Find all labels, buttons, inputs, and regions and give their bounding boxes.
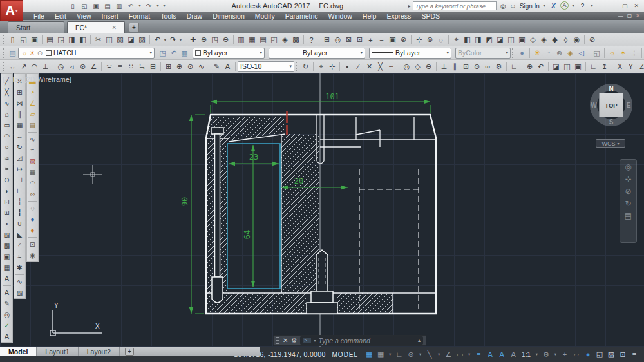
ucs-face-icon[interactable]: ◪ <box>551 61 562 71</box>
ucs-x-icon[interactable]: X <box>614 61 625 71</box>
tab-start[interactable]: Start <box>8 21 64 33</box>
dim-edit-icon[interactable]: ✎ <box>211 61 222 71</box>
snap-endpoint-icon[interactable]: ▪ <box>342 61 353 71</box>
hatch-icon[interactable]: ▨ <box>1 229 12 240</box>
point-light-icon[interactable]: ☼ <box>607 48 618 58</box>
measure-area-icon[interactable]: ▱ <box>27 109 38 120</box>
zoom-out-icon[interactable]: − <box>376 35 387 45</box>
help-icon[interactable]: ? <box>578 1 587 11</box>
qopen-icon[interactable]: ◱ <box>79 1 90 11</box>
ellipse-icon[interactable]: ⊖ <box>1 175 12 186</box>
recent-commands-dropdown-icon[interactable]: ▾ <box>314 338 316 343</box>
ellipse-arc-icon[interactable]: ◗ <box>1 186 12 196</box>
snap-extension-icon[interactable]: ┈ <box>386 61 397 71</box>
view-left-icon[interactable]: ◩ <box>484 35 495 45</box>
zoom-realtime-icon[interactable]: ⊕ <box>198 35 209 45</box>
menu-view[interactable]: View <box>71 12 97 20</box>
osnap-dropdown-icon[interactable]: ▾ <box>467 352 471 357</box>
snap-perpendicular-icon[interactable]: ⊥ <box>439 61 450 71</box>
wcs-menu[interactable]: WCS ▾ <box>596 139 625 148</box>
ucs-y-icon[interactable]: Y <box>625 61 636 71</box>
annotation-scale-indicator-icon[interactable]: A <box>509 351 518 358</box>
view-ne-isometric-icon[interactable]: ◆ <box>549 35 560 45</box>
snap-insert-icon[interactable]: ⊡ <box>460 61 471 71</box>
smooth-object-icon[interactable]: ◉ <box>27 250 38 261</box>
annotation-visibility-icon[interactable]: A <box>486 351 495 358</box>
camera-icon[interactable]: ◉ <box>571 35 582 45</box>
visual-styles-icon[interactable]: ● <box>516 48 527 58</box>
view-front-icon[interactable]: ◫ <box>506 35 516 45</box>
snap-mode-icon[interactable]: ▦ <box>376 351 385 358</box>
menu-edit[interactable]: Edit <box>50 12 71 20</box>
wireframe-sphere-icon[interactable]: ◌ <box>27 203 38 214</box>
toolbar-grip[interactable] <box>3 62 5 71</box>
user-avatar-icon[interactable]: ☺ <box>508 1 518 11</box>
graphics-performance-icon[interactable]: ● <box>583 351 592 358</box>
offset-icon[interactable]: ∥ <box>14 109 25 120</box>
menu-parametric[interactable]: Parametric <box>280 12 323 20</box>
annotation-autoscale-icon[interactable]: A <box>497 351 506 358</box>
dim-radius-icon[interactable]: ◷ <box>55 61 66 71</box>
snap-parallel-icon[interactable]: ∥ <box>450 61 460 71</box>
exchange-apps-icon[interactable]: X <box>549 1 558 11</box>
list-properties-icon[interactable]: ▤ <box>27 120 38 131</box>
command-close-icon[interactable]: ✕ <box>283 338 288 344</box>
shaded-sphere-icon[interactable]: ● <box>27 214 38 225</box>
dim-space-icon[interactable]: ≒ <box>137 61 147 71</box>
check-spelling-icon[interactable]: ✓ <box>1 320 12 331</box>
redo-icon[interactable]: ↷ <box>144 1 154 11</box>
close-button[interactable]: ✕ <box>634 3 639 9</box>
command-history-icon[interactable]: ▴ <box>418 338 421 343</box>
trim-icon[interactable]: ⊣ <box>14 175 25 186</box>
zoom-object-icon[interactable]: ⊘ <box>587 35 598 45</box>
customization-menu-icon[interactable]: ≡ <box>630 351 639 358</box>
help-dropdown-icon[interactable]: ▾ <box>589 1 594 11</box>
dim-text-edit-icon[interactable]: A <box>222 61 233 71</box>
layer-select[interactable]: ☼☀⊙ HATCH ▾ <box>18 48 155 59</box>
match-properties-icon[interactable]: ▨ <box>137 35 147 45</box>
batch-plot-icon[interactable]: ◧ <box>77 35 88 45</box>
grid-display-icon[interactable]: ▦ <box>365 351 374 358</box>
dim-break-icon[interactable]: ⊟ <box>147 61 158 71</box>
tab-layout2[interactable]: Layout2 <box>79 347 120 356</box>
rotate-icon[interactable]: ↻ <box>14 142 25 153</box>
insert-block-icon[interactable]: ⊡ <box>1 196 12 207</box>
object-snap-icon[interactable]: ▭ <box>455 351 464 358</box>
viewcube[interactable]: TOP N W E S <box>590 84 632 126</box>
collapse-search-icon[interactable]: ▸ <box>408 3 411 9</box>
menu-window[interactable]: Window <box>323 12 357 20</box>
edit-polyline-icon[interactable]: ∿ <box>27 134 38 145</box>
construction-line-icon[interactable]: ╳ <box>1 87 12 98</box>
workspace-dropdown-icon[interactable]: ▾ <box>553 352 558 357</box>
save-icon[interactable]: ▣ <box>29 35 40 45</box>
tab-fc-active[interactable]: FC* ✕ <box>67 21 125 33</box>
arc-icon[interactable]: ◠ <box>1 131 12 142</box>
zoom-in-icon[interactable]: + <box>365 35 376 45</box>
circle-icon[interactable]: ○ <box>1 142 12 153</box>
nav-pan-icon[interactable]: ⊹ <box>625 175 631 183</box>
dim-ordinate-icon[interactable]: ⊥ <box>40 61 51 71</box>
menu-tools[interactable]: Tools <box>155 12 182 20</box>
minimize-button[interactable]: — <box>610 3 616 9</box>
dim-diameter-icon[interactable]: ⊘ <box>77 61 88 71</box>
qat-customize-icon[interactable]: ▾ <box>162 1 167 11</box>
move-icon[interactable]: ↔ <box>14 131 25 142</box>
ucs-object-icon[interactable]: ◫ <box>562 61 573 71</box>
single-line-text-icon[interactable]: A <box>1 287 12 298</box>
chamfer-icon[interactable]: ◣ <box>14 229 25 240</box>
viewcube-south[interactable]: S <box>609 119 614 126</box>
ucs-view-icon[interactable]: ▣ <box>573 61 583 71</box>
lineweight-dropdown-icon[interactable]: ▾ <box>446 50 449 55</box>
zoom-all-icon[interactable]: ▣ <box>387 35 398 45</box>
properties-palette-icon[interactable]: ▥ <box>236 35 247 45</box>
view-sw-isometric-icon[interactable]: ◇ <box>527 35 538 45</box>
workspace-switching-icon[interactable]: ⚙ <box>542 351 551 358</box>
redo-dropdown-icon[interactable]: ▾ <box>155 1 160 11</box>
polyline-icon[interactable]: ∿ <box>1 98 12 109</box>
orbit-continuous-icon[interactable]: ◌ <box>435 35 446 45</box>
region-icon[interactable]: ▣ <box>1 251 12 262</box>
gradient-icon[interactable]: ▩ <box>1 240 12 251</box>
find-text-icon[interactable]: ◎ <box>1 309 12 320</box>
menu-help[interactable]: Help <box>357 12 382 20</box>
command-grip-handle[interactable] <box>276 337 279 344</box>
